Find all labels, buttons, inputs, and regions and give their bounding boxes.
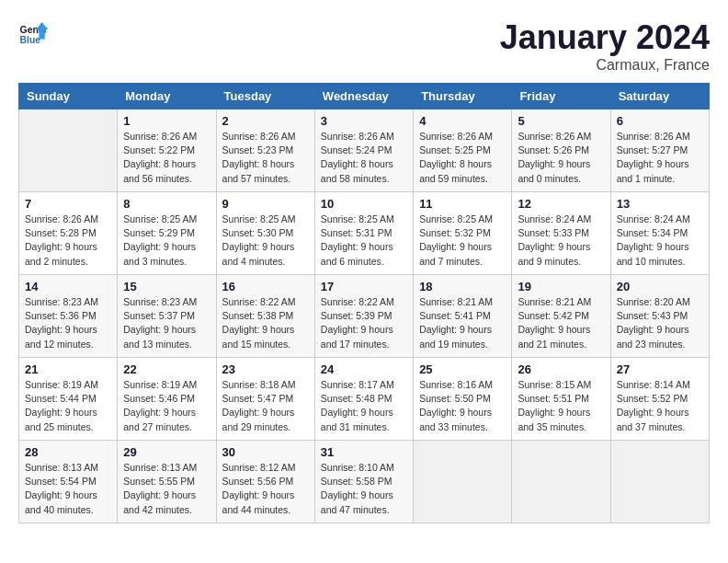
calendar-cell: 2Sunrise: 8:26 AM Sunset: 5:23 PM Daylig… [216, 109, 314, 192]
calendar-cell [610, 441, 709, 523]
day-number: 27 [617, 362, 703, 376]
day-number: 6 [617, 114, 703, 128]
day-info: Sunrise: 8:23 AM Sunset: 5:37 PM Dayligh… [123, 295, 210, 351]
day-info: Sunrise: 8:26 AM Sunset: 5:23 PM Dayligh… [222, 130, 309, 186]
calendar-cell: 25Sunrise: 8:16 AM Sunset: 5:50 PM Dayli… [414, 358, 512, 441]
header-cell-sunday: Sunday [19, 84, 118, 109]
day-number: 30 [222, 445, 309, 459]
day-info: Sunrise: 8:22 AM Sunset: 5:39 PM Dayligh… [321, 295, 407, 351]
day-number: 21 [25, 362, 111, 376]
calendar-cell: 15Sunrise: 8:23 AM Sunset: 5:37 PM Dayli… [118, 275, 216, 358]
day-number: 20 [617, 280, 703, 293]
calendar-cell: 26Sunrise: 8:15 AM Sunset: 5:51 PM Dayli… [512, 358, 610, 441]
header-cell-monday: Monday [118, 84, 216, 109]
day-info: Sunrise: 8:21 AM Sunset: 5:41 PM Dayligh… [419, 295, 506, 351]
header-cell-thursday: Thursday [414, 84, 512, 109]
month-year-title: January 2024 [500, 18, 710, 57]
day-number: 5 [518, 114, 604, 128]
header-cell-tuesday: Tuesday [216, 84, 314, 109]
calendar-cell: 19Sunrise: 8:21 AM Sunset: 5:42 PM Dayli… [512, 275, 610, 358]
logo-icon: General Blue [18, 18, 48, 48]
calendar-cell: 28Sunrise: 8:13 AM Sunset: 5:54 PM Dayli… [19, 441, 118, 523]
calendar-cell: 16Sunrise: 8:22 AM Sunset: 5:38 PM Dayli… [216, 275, 314, 358]
calendar-header-row: SundayMondayTuesdayWednesdayThursdayFrid… [19, 84, 710, 109]
calendar-cell: 9Sunrise: 8:25 AM Sunset: 5:30 PM Daylig… [216, 192, 314, 275]
day-info: Sunrise: 8:24 AM Sunset: 5:33 PM Dayligh… [518, 213, 604, 269]
day-info: Sunrise: 8:21 AM Sunset: 5:42 PM Dayligh… [518, 295, 604, 351]
day-number: 17 [321, 280, 407, 293]
calendar-cell: 23Sunrise: 8:18 AM Sunset: 5:47 PM Dayli… [216, 358, 314, 441]
day-info: Sunrise: 8:19 AM Sunset: 5:44 PM Dayligh… [25, 378, 111, 434]
calendar-week-row: 7Sunrise: 8:26 AM Sunset: 5:28 PM Daylig… [19, 192, 710, 275]
day-number: 7 [25, 197, 111, 211]
calendar-cell: 13Sunrise: 8:24 AM Sunset: 5:34 PM Dayli… [610, 192, 709, 275]
day-number: 12 [518, 197, 604, 211]
day-info: Sunrise: 8:26 AM Sunset: 5:24 PM Dayligh… [321, 130, 407, 186]
calendar-cell: 4Sunrise: 8:26 AM Sunset: 5:25 PM Daylig… [414, 109, 512, 192]
calendar-week-row: 28Sunrise: 8:13 AM Sunset: 5:54 PM Dayli… [19, 441, 710, 523]
calendar-cell: 11Sunrise: 8:25 AM Sunset: 5:32 PM Dayli… [414, 192, 512, 275]
day-number: 31 [321, 445, 407, 459]
location-subtitle: Carmaux, France [500, 57, 710, 74]
day-info: Sunrise: 8:19 AM Sunset: 5:46 PM Dayligh… [123, 378, 210, 434]
day-info: Sunrise: 8:14 AM Sunset: 5:52 PM Dayligh… [617, 378, 703, 434]
calendar-cell: 12Sunrise: 8:24 AM Sunset: 5:33 PM Dayli… [512, 192, 610, 275]
day-info: Sunrise: 8:24 AM Sunset: 5:34 PM Dayligh… [617, 213, 703, 269]
day-info: Sunrise: 8:15 AM Sunset: 5:51 PM Dayligh… [518, 378, 604, 434]
page-header: General Blue January 2024 Carmaux, Franc… [18, 18, 710, 74]
day-info: Sunrise: 8:16 AM Sunset: 5:50 PM Dayligh… [419, 378, 506, 434]
day-info: Sunrise: 8:17 AM Sunset: 5:48 PM Dayligh… [321, 378, 407, 434]
calendar-cell: 8Sunrise: 8:25 AM Sunset: 5:29 PM Daylig… [118, 192, 216, 275]
calendar-week-row: 14Sunrise: 8:23 AM Sunset: 5:36 PM Dayli… [19, 275, 710, 358]
calendar-week-row: 21Sunrise: 8:19 AM Sunset: 5:44 PM Dayli… [19, 358, 710, 441]
day-number: 24 [321, 362, 407, 376]
day-info: Sunrise: 8:26 AM Sunset: 5:22 PM Dayligh… [123, 130, 210, 186]
day-number: 8 [123, 197, 210, 211]
calendar-cell: 18Sunrise: 8:21 AM Sunset: 5:41 PM Dayli… [414, 275, 512, 358]
svg-text:Blue: Blue [20, 35, 41, 45]
calendar-cell: 5Sunrise: 8:26 AM Sunset: 5:26 PM Daylig… [512, 109, 610, 192]
header-cell-friday: Friday [512, 84, 610, 109]
calendar-table: SundayMondayTuesdayWednesdayThursdayFrid… [18, 83, 710, 523]
day-number: 26 [518, 362, 604, 376]
calendar-cell: 21Sunrise: 8:19 AM Sunset: 5:44 PM Dayli… [19, 358, 118, 441]
logo: General Blue [18, 18, 48, 48]
calendar-cell [414, 441, 512, 523]
calendar-cell [19, 109, 118, 192]
day-info: Sunrise: 8:25 AM Sunset: 5:29 PM Dayligh… [123, 213, 210, 269]
day-number: 15 [123, 280, 210, 293]
day-number: 1 [123, 114, 210, 128]
title-block: January 2024 Carmaux, France [500, 18, 710, 74]
day-info: Sunrise: 8:18 AM Sunset: 5:47 PM Dayligh… [222, 378, 309, 434]
day-number: 29 [123, 445, 210, 459]
calendar-cell: 6Sunrise: 8:26 AM Sunset: 5:27 PM Daylig… [610, 109, 709, 192]
calendar-cell: 20Sunrise: 8:20 AM Sunset: 5:43 PM Dayli… [610, 275, 709, 358]
day-number: 13 [617, 197, 703, 211]
day-info: Sunrise: 8:22 AM Sunset: 5:38 PM Dayligh… [222, 295, 309, 351]
day-number: 3 [321, 114, 407, 128]
day-number: 23 [222, 362, 309, 376]
day-info: Sunrise: 8:25 AM Sunset: 5:32 PM Dayligh… [419, 213, 506, 269]
calendar-cell: 1Sunrise: 8:26 AM Sunset: 5:22 PM Daylig… [118, 109, 216, 192]
calendar-cell: 14Sunrise: 8:23 AM Sunset: 5:36 PM Dayli… [19, 275, 118, 358]
calendar-cell: 29Sunrise: 8:13 AM Sunset: 5:55 PM Dayli… [118, 441, 216, 523]
day-number: 22 [123, 362, 210, 376]
calendar-cell [512, 441, 610, 523]
calendar-cell: 24Sunrise: 8:17 AM Sunset: 5:48 PM Dayli… [314, 358, 413, 441]
calendar-cell: 22Sunrise: 8:19 AM Sunset: 5:46 PM Dayli… [118, 358, 216, 441]
day-number: 10 [321, 197, 407, 211]
calendar-cell: 31Sunrise: 8:10 AM Sunset: 5:58 PM Dayli… [314, 441, 413, 523]
day-info: Sunrise: 8:13 AM Sunset: 5:54 PM Dayligh… [25, 461, 111, 517]
day-info: Sunrise: 8:26 AM Sunset: 5:27 PM Dayligh… [617, 130, 703, 186]
day-number: 2 [222, 114, 309, 128]
calendar-cell: 10Sunrise: 8:25 AM Sunset: 5:31 PM Dayli… [314, 192, 413, 275]
header-cell-wednesday: Wednesday [314, 84, 413, 109]
day-info: Sunrise: 8:26 AM Sunset: 5:28 PM Dayligh… [25, 213, 111, 269]
calendar-cell: 7Sunrise: 8:26 AM Sunset: 5:28 PM Daylig… [19, 192, 118, 275]
day-info: Sunrise: 8:26 AM Sunset: 5:25 PM Dayligh… [419, 130, 506, 186]
header-cell-saturday: Saturday [610, 84, 709, 109]
day-number: 16 [222, 280, 309, 293]
day-info: Sunrise: 8:25 AM Sunset: 5:30 PM Dayligh… [222, 213, 309, 269]
day-number: 28 [25, 445, 111, 459]
day-info: Sunrise: 8:26 AM Sunset: 5:26 PM Dayligh… [518, 130, 604, 186]
